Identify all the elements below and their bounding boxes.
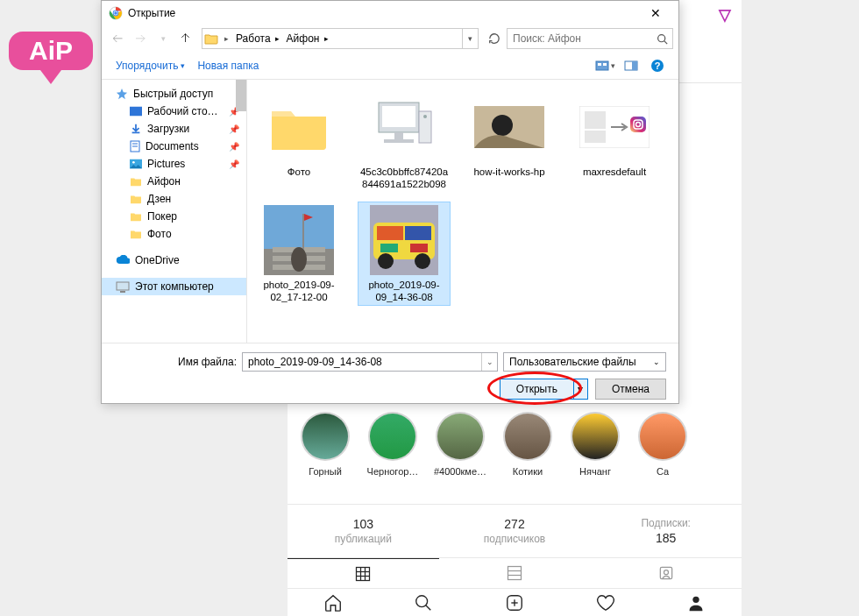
svg-rect-27 [603, 63, 607, 66]
nav-profile-icon[interactable] [650, 589, 742, 616]
svg-point-12 [416, 595, 428, 606]
refresh-button[interactable] [484, 28, 505, 49]
svg-rect-10 [660, 567, 671, 578]
svg-point-11 [664, 570, 668, 575]
sidebar-photo[interactable]: Фото [102, 225, 246, 243]
breadcrumb-item[interactable]: Работа▸ [232, 29, 283, 48]
story-highlight[interactable]: Черногор… [364, 412, 422, 477]
titlebar: Открытие ✕ [102, 1, 678, 25]
sidebar-this-pc[interactable]: Этот компьютер [102, 278, 246, 295]
file-name-field[interactable]: ⌄ [242, 352, 498, 372]
file-item[interactable]: photo_2019-09-02_17-12-00 [252, 202, 345, 306]
breadcrumb-item[interactable]: Айфон▸ [283, 29, 332, 48]
story-highlight[interactable]: #4000кме… [431, 412, 489, 477]
pin-icon: 📌 [229, 124, 239, 134]
svg-rect-29 [632, 61, 637, 70]
svg-rect-26 [598, 63, 601, 66]
sidebar-downloads[interactable]: Загрузки📌 [102, 120, 246, 138]
svg-rect-41 [382, 106, 415, 127]
svg-rect-63 [377, 226, 403, 240]
toolbar: Упорядочить▾ Новая папка ▾ ? [102, 52, 678, 80]
svg-rect-2 [357, 567, 370, 580]
nav-search-icon[interactable] [379, 589, 470, 616]
close-button[interactable]: ✕ [636, 1, 675, 25]
svg-rect-7 [508, 567, 522, 580]
svg-rect-67 [380, 244, 398, 252]
svg-rect-51 [630, 117, 646, 132]
profile-tabs [288, 558, 742, 589]
sidebar-pictures[interactable]: Pictures📌 [102, 155, 246, 173]
stat-following[interactable]: Подписки:185 [590, 505, 742, 557]
v-icon: ▽ [719, 5, 731, 25]
sidebar-poker[interactable]: Покер [102, 208, 246, 225]
svg-point-23 [657, 34, 664, 41]
file-item[interactable]: how-it-works-hp [463, 89, 556, 193]
nav-home-icon[interactable] [288, 589, 379, 616]
tab-feed-icon[interactable] [439, 558, 591, 588]
sidebar-onedrive[interactable]: OneDrive [102, 251, 246, 269]
scrollbar-thumb[interactable] [236, 80, 246, 111]
view-options-button[interactable]: ▾ [593, 55, 617, 76]
stat-followers[interactable]: 272подписчиков [439, 505, 591, 557]
svg-rect-54 [264, 205, 334, 249]
svg-line-13 [426, 605, 431, 610]
story-highlight[interactable]: Нячанг [566, 412, 624, 477]
file-item[interactable]: 45c3c0bbffc87420a844691a1522b098 [358, 89, 451, 193]
svg-rect-14 [508, 595, 522, 610]
search-field[interactable] [508, 32, 651, 45]
new-folder-button[interactable]: Новая папка [192, 56, 264, 75]
file-name-label: Имя файла: [114, 356, 237, 368]
open-button[interactable]: Открыть ▾ [500, 379, 588, 400]
svg-rect-32 [130, 107, 142, 117]
sidebar-quick-access[interactable]: Быстрый доступ [102, 85, 246, 103]
cancel-button[interactable]: Отмена [595, 379, 666, 400]
up-button[interactable]: 🡡 [175, 28, 196, 49]
help-button[interactable]: ? [645, 55, 670, 76]
file-type-dropdown[interactable]: Пользовательские файлы⌄ [503, 352, 666, 372]
sidebar: Быстрый доступ Рабочий сто…📌 Загрузки📌 D… [102, 80, 247, 343]
story-highlight[interactable]: Горный [296, 412, 354, 477]
file-list[interactable]: Фото 45c3c0bbffc87420a844691a1522b098 ho… [247, 80, 678, 343]
chrome-icon [109, 6, 123, 20]
sidebar-iphone[interactable]: Айфон [102, 173, 246, 190]
highlight-stories: Горный Черногор… #4000кме… Котики Нячанг… [296, 412, 742, 477]
nav-new-post-icon[interactable] [469, 589, 560, 616]
search-icon[interactable] [651, 33, 672, 45]
forward-button[interactable]: 🡢 [130, 28, 151, 49]
open-split-dropdown[interactable]: ▾ [573, 379, 587, 399]
svg-rect-42 [394, 132, 403, 139]
breadcrumb-dropdown[interactable]: ▾ [462, 29, 478, 48]
dialog-title: Открытие [128, 7, 636, 19]
dialog-footer: Имя файла: ⌄ Пользовательские файлы⌄ Отк… [102, 343, 678, 410]
nav-row: 🡠 🡢 ▾ 🡡 ▸ Работа▸ Айфон▸ ▾ [102, 25, 678, 52]
svg-point-59 [291, 247, 307, 272]
story-highlight[interactable]: Са [634, 412, 692, 477]
file-item[interactable]: maxresdefault [568, 89, 661, 193]
sidebar-desktop[interactable]: Рабочий сто…📌 [102, 103, 246, 120]
aip-logo: AiP [7, 26, 95, 88]
sidebar-dzen[interactable]: Дзен [102, 190, 246, 208]
search-input[interactable] [507, 28, 673, 49]
chevron-right-icon[interactable]: ▸ [220, 34, 232, 43]
svg-text:?: ? [655, 60, 661, 71]
organize-button[interactable]: Упорядочить▾ [110, 56, 190, 75]
recent-dropdown[interactable]: ▾ [153, 28, 174, 49]
nav-activity-icon[interactable] [560, 589, 651, 616]
story-highlight[interactable]: Котики [499, 412, 557, 477]
preview-pane-button[interactable] [619, 55, 643, 76]
file-name-dropdown[interactable]: ⌄ [481, 353, 497, 371]
svg-rect-60 [302, 214, 304, 249]
file-item-folder[interactable]: Фото [252, 89, 345, 193]
breadcrumb[interactable]: ▸ Работа▸ Айфон▸ ▾ [202, 28, 479, 49]
sidebar-documents[interactable]: Documents📌 [102, 138, 246, 155]
stat-posts[interactable]: 103публикаций [288, 505, 439, 557]
tab-tagged-icon[interactable] [590, 558, 742, 588]
svg-rect-68 [410, 244, 428, 252]
pin-icon: 📌 [229, 159, 239, 169]
profile-stats: 103публикаций 272подписчиков Подписки:18… [288, 504, 742, 558]
file-item-selected[interactable]: photo_2019-09-09_14-36-08 [358, 202, 451, 306]
svg-point-45 [423, 115, 427, 118]
tab-grid-icon[interactable] [288, 558, 439, 588]
back-button[interactable]: 🡠 [107, 28, 128, 49]
file-name-input[interactable] [243, 356, 481, 368]
